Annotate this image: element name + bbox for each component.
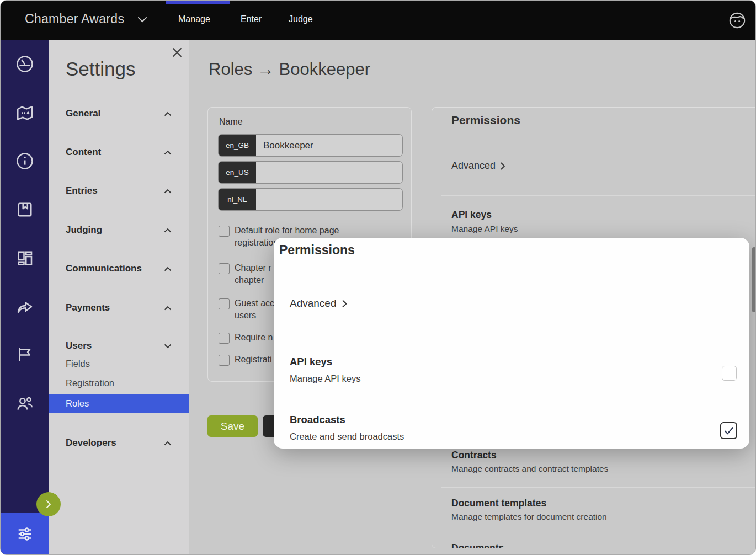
settings-section-communications[interactable]: Communications: [66, 262, 176, 275]
close-icon[interactable]: [172, 47, 183, 58]
chevron-right-icon: [500, 162, 505, 170]
name-field-label: Name: [219, 117, 243, 127]
bookmark-icon[interactable]: [15, 200, 35, 220]
checkbox[interactable]: [219, 263, 230, 274]
name-input-row-nl-nl: nl_NL: [218, 188, 403, 211]
expand-panel-button[interactable]: [36, 492, 61, 516]
modal-row-title-broadcasts: Broadcasts: [290, 414, 345, 426]
chevron-right-icon: [342, 299, 348, 308]
info-icon[interactable]: [15, 151, 35, 171]
checkbox-label: Chapter r chapter: [235, 262, 271, 286]
breadcrumb-parent[interactable]: Roles: [209, 60, 252, 79]
settings-section-general[interactable]: General: [66, 107, 176, 120]
settings-subitem-roles-selected[interactable]: Roles: [49, 394, 189, 413]
advanced-link[interactable]: Advanced: [451, 160, 505, 172]
section-label: Payments: [66, 302, 110, 313]
icon-sidebar: [1, 40, 49, 555]
chevron-up-icon: [164, 189, 172, 194]
advanced-label: Advanced: [451, 160, 496, 172]
chevron-up-icon: [164, 441, 172, 446]
section-label: Users: [66, 340, 92, 351]
divider: [441, 487, 756, 488]
settings-section-entries[interactable]: Entries: [66, 184, 176, 198]
chevron-up-icon: [164, 111, 172, 116]
checkmark-icon: [724, 426, 734, 435]
locale-chip: nl_NL: [219, 189, 256, 210]
clock-icon[interactable]: [15, 54, 35, 74]
chevron-right-icon: [44, 500, 53, 509]
brand-switcher[interactable]: Chamber Awards: [25, 12, 124, 26]
settings-section-payments[interactable]: Payments: [66, 301, 176, 314]
modal-advanced-link[interactable]: Advanced: [290, 297, 348, 309]
checkbox-row-registration: Registrati: [219, 354, 272, 366]
topbar: Chamber Awards Manage Enter Judge: [1, 1, 755, 40]
chevron-down-icon: [137, 17, 147, 23]
section-label: Entries: [66, 185, 98, 196]
divider: [274, 402, 749, 402]
settings-section-users[interactable]: Users: [66, 339, 176, 353]
section-label: Developers: [66, 437, 116, 449]
section-label: General: [66, 108, 100, 119]
permissions-panel-title: Permissions: [451, 114, 520, 127]
checkbox[interactable]: [219, 226, 230, 237]
divider: [441, 535, 756, 535]
dashboard-icon[interactable]: [15, 248, 35, 268]
advanced-label: Advanced: [290, 297, 337, 309]
settings-section-content[interactable]: Content: [66, 146, 176, 159]
modal-title: Permissions: [279, 243, 355, 258]
checkbox-label: Guest acc users: [235, 297, 274, 322]
permission-row-title: Document templates: [451, 498, 546, 509]
checkbox[interactable]: [219, 355, 230, 366]
chevron-up-icon: [164, 266, 172, 271]
settings-subitem-fields[interactable]: Fields: [66, 359, 171, 372]
breadcrumb: Roles → Bookkeeper: [209, 60, 370, 79]
flag-icon[interactable]: [15, 345, 35, 365]
settings-section-developers[interactable]: Developers: [66, 436, 176, 450]
users-icon[interactable]: [15, 394, 35, 414]
settings-section-judging[interactable]: Judging: [66, 223, 176, 237]
map-icon[interactable]: [15, 103, 35, 123]
checkbox-row-require: Require n: [219, 332, 273, 344]
share-icon[interactable]: [15, 297, 35, 317]
name-input-en-us[interactable]: [256, 162, 402, 183]
checkbox[interactable]: [219, 298, 230, 309]
name-input-nl-nl[interactable]: [256, 189, 402, 210]
breadcrumb-arrow-icon: →: [257, 60, 274, 79]
chevron-up-icon: [164, 228, 172, 233]
modal-row-desc-broadcasts: Create and send broadcasts: [290, 431, 404, 442]
settings-sliders-icon: [15, 524, 35, 544]
section-label: Content: [66, 147, 101, 158]
section-label: Judging: [66, 225, 102, 236]
permission-row-title: Documents: [451, 542, 504, 548]
topnav-judge[interactable]: Judge: [289, 14, 313, 24]
divider: [441, 195, 756, 196]
breadcrumb-current: Bookkeeper: [279, 60, 370, 79]
permission-row-desc: Manage API keys: [451, 224, 518, 234]
broadcasts-checkbox-checked[interactable]: [720, 422, 737, 439]
settings-subitem-registration[interactable]: Registration: [66, 378, 171, 391]
topnav-enter[interactable]: Enter: [241, 14, 262, 24]
checkbox-label: Registrati: [235, 354, 272, 366]
checkbox[interactable]: [219, 333, 230, 344]
chevron-up-icon: [164, 306, 172, 311]
checkbox-row-guest: Guest acc users: [219, 297, 274, 322]
save-button[interactable]: Save: [207, 415, 258, 437]
user-avatar-icon[interactable]: [728, 11, 747, 30]
settings-drawer: Settings General Content Entries Judging…: [49, 40, 189, 555]
name-input-en-gb[interactable]: Bookkeeper: [256, 135, 402, 156]
sidebar-item-settings-active[interactable]: [1, 513, 49, 555]
locale-chip: en_US: [219, 162, 256, 183]
settings-panel-title: Settings: [66, 58, 135, 80]
permissions-modal: Permissions Advanced API keys Manage API…: [274, 238, 749, 449]
api-keys-checkbox[interactable]: [722, 366, 737, 381]
chevron-up-icon: [164, 150, 172, 155]
selected-subitem-label: Roles: [66, 398, 89, 409]
checkbox-row-chapter: Chapter r chapter: [219, 262, 271, 286]
permission-row-desc: Manage templates for document creation: [451, 512, 607, 522]
topnav-manage[interactable]: Manage: [178, 14, 210, 24]
name-input-row-en-us: en_US: [218, 161, 403, 184]
permission-row-desc: Manage contracts and contract templates: [451, 464, 608, 474]
permission-row-title: API keys: [451, 209, 492, 221]
divider: [274, 343, 749, 343]
vertical-scrollbar-thumb[interactable]: [752, 247, 756, 312]
